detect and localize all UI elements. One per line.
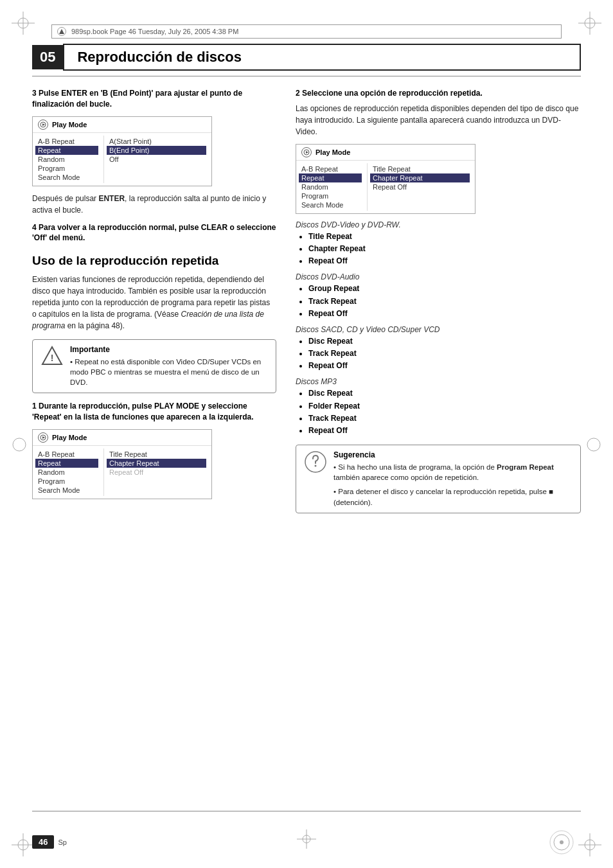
playmode3-opt-off: Repeat Off xyxy=(373,182,470,191)
playmode-box-2: Play Mode A-B Repeat Repeat Random Progr… xyxy=(32,429,212,499)
playmode2-item-ab: A-B Repeat xyxy=(38,450,98,459)
bottom-center-mark xyxy=(297,829,316,849)
option-disc-repeat-2: Disc Repeat xyxy=(308,389,353,398)
playmode3-item-program: Program xyxy=(301,191,362,200)
playmode2-item-program: Program xyxy=(38,477,98,486)
disc-options-audio: Group Repeat Track Repeat Repeat Off xyxy=(308,283,581,320)
page-number-sub: Sp xyxy=(58,838,66,846)
important-icon: ! xyxy=(40,345,64,368)
chapter-number: 05 xyxy=(32,45,63,69)
playmode2-opt-title: Title Repeat xyxy=(109,450,206,459)
page-number-area: 46 Sp xyxy=(32,835,67,849)
sugerencia-content: Sugerencia • Si ha hecho una lista de pr… xyxy=(333,450,573,507)
playmode2-title: Play Mode xyxy=(33,430,211,446)
top-bar-text: 989sp.book Page 46 Tuesday, July 26, 200… xyxy=(71,28,238,35)
disc-type-dvd: Discos DVD-Video y DVD-RW. xyxy=(296,220,581,229)
svg-point-23 xyxy=(315,465,317,467)
option-disc-repeat-1: Disc Repeat xyxy=(308,337,353,346)
important-text: • Repeat no está disponible con Video CD… xyxy=(70,357,268,387)
playmode1-left: A-B Repeat Repeat Random Program Search … xyxy=(33,136,103,183)
playmode3-opt-title: Title Repeat xyxy=(373,164,470,173)
svg-marker-19 xyxy=(42,436,45,439)
playmode3-icon xyxy=(301,147,312,157)
sugerencia-icon xyxy=(304,450,327,474)
option-group-repeat: Group Repeat xyxy=(308,284,359,293)
playmode2-item-random: Random xyxy=(38,468,98,477)
playmode-box-1: Play Mode A-B Repeat Repeat Random Progr… xyxy=(32,116,212,186)
svg-point-12 xyxy=(13,438,26,451)
playmode2-right: Title Repeat Chapter Repeat Repeat Off xyxy=(103,448,211,496)
chapter-title: Reproducción de discos xyxy=(63,44,581,71)
list-item: Repeat Off xyxy=(308,425,581,437)
corner-mark-tr xyxy=(578,12,601,35)
list-item: Folder Repeat xyxy=(308,400,581,412)
svg-text:!: ! xyxy=(51,353,54,363)
list-item: Repeat Off xyxy=(308,308,581,320)
svg-point-29 xyxy=(560,840,564,844)
playmode1-item-repeat: Repeat xyxy=(35,146,98,155)
playmode1-body: A-B Repeat Repeat Random Program Search … xyxy=(33,133,211,186)
corner-mark-br xyxy=(578,833,601,856)
playmode2-body: A-B Repeat Repeat Random Program Search … xyxy=(33,446,211,499)
list-item: Track Repeat xyxy=(308,296,581,308)
step2-body: Las opciones de reproducción repetida di… xyxy=(296,103,581,137)
playmode1-title: Play Mode xyxy=(33,117,211,133)
playmode3-item-search: Search Mode xyxy=(301,200,362,209)
playmode2-title-text: Play Mode xyxy=(52,434,87,441)
playmode1-opt-off: Off xyxy=(109,155,206,164)
corner-mark-tl xyxy=(12,12,35,35)
playmode3-left: A-B Repeat Repeat Random Program Search … xyxy=(296,163,367,211)
step3-heading: 3 Pulse ENTER en 'B (End Point)' para aj… xyxy=(32,88,276,110)
playmode3-opt-chapter: Chapter Repeat xyxy=(370,173,470,182)
disc-options-dvd: Title Repeat Chapter Repeat Repeat Off xyxy=(308,231,581,268)
page: 989sp.book Page 46 Tuesday, July 26, 200… xyxy=(0,0,613,868)
playmode3-title: Play Mode xyxy=(296,145,475,161)
option-folder-repeat: Folder Repeat xyxy=(308,402,360,411)
corner-mark-bl xyxy=(12,833,35,856)
playmode1-opt-end: B(End Point) xyxy=(107,146,206,155)
playmode1-item-search: Search Mode xyxy=(38,173,98,182)
step2-heading: 2 Seleccione una opción de reproducción … xyxy=(296,88,581,99)
option-track-repeat-1: Track Repeat xyxy=(308,297,357,306)
option-track-repeat-3: Track Repeat xyxy=(308,414,357,423)
list-item: Disc Repeat xyxy=(308,335,581,348)
disc-type-sacd: Discos SACD, CD y Video CD/Super VCD xyxy=(296,325,581,334)
playmode1-opt-start: A(Start Point) xyxy=(109,137,206,146)
subsection-title: Uso de la reproducción repetida xyxy=(32,254,276,269)
playmode3-body: A-B Repeat Repeat Random Program Search … xyxy=(296,161,475,213)
important-box: ! Importante • Repeat no está disponible… xyxy=(32,339,276,393)
option-repeat-off-3: Repeat Off xyxy=(308,361,348,370)
playmode1-item-random: Random xyxy=(38,155,98,164)
option-track-repeat-2: Track Repeat xyxy=(308,349,357,358)
playmode3-right: Title Repeat Chapter Repeat Repeat Off xyxy=(367,163,475,211)
playmode3-item-ab: A-B Repeat xyxy=(301,164,362,173)
list-item: Group Repeat xyxy=(308,283,581,295)
list-item: Track Repeat xyxy=(308,348,581,360)
list-item: Track Repeat xyxy=(308,412,581,425)
sugerencia-item-1: • Si ha hecho una lista de programa, la … xyxy=(333,462,573,483)
right-column: 2 Seleccione una opción de reproducción … xyxy=(296,82,581,521)
playmode2-opt-chapter: Chapter Repeat xyxy=(107,459,206,468)
step2-heading-text: 2 Seleccione una opción de reproducción … xyxy=(296,89,483,98)
left-column: 3 Pulse ENTER en 'B (End Point)' para aj… xyxy=(32,82,276,521)
playmode1-item-program: Program xyxy=(38,164,98,173)
disc-sections: Discos DVD-Video y DVD-RW. Title Repeat … xyxy=(296,220,581,437)
important-content: Importante • Repeat no está disponible c… xyxy=(70,345,268,387)
playmode2-left: A-B Repeat Repeat Random Program Search … xyxy=(33,448,103,496)
option-repeat-off-2: Repeat Off xyxy=(308,309,348,318)
step4-heading: 4 Para volver a la reproducción normal, … xyxy=(32,222,276,244)
bottom-right-circle xyxy=(549,829,574,855)
sugerencia-item-2: • Para detener el disco y cancelar la re… xyxy=(333,486,573,507)
disc-type-mp3: Discos MP3 xyxy=(296,377,581,386)
two-column-layout: 3 Pulse ENTER en 'B (End Point)' para aj… xyxy=(32,82,581,521)
important-title: Importante xyxy=(70,345,268,354)
list-item: Repeat Off xyxy=(308,255,581,267)
playmode-box-3: Play Mode A-B Repeat Repeat Random Progr… xyxy=(296,144,475,214)
playmode1-title-text: Play Mode xyxy=(52,121,87,128)
svg-point-13 xyxy=(587,438,600,451)
subsection-body: Existen varias funciones de reproducción… xyxy=(32,274,276,332)
page-number: 46 xyxy=(32,835,54,849)
playmode2-item-search: Search Mode xyxy=(38,486,98,495)
after-enter-text: Después de pulsar ENTER, la reproducción… xyxy=(32,193,276,216)
list-item: Chapter Repeat xyxy=(308,243,581,255)
